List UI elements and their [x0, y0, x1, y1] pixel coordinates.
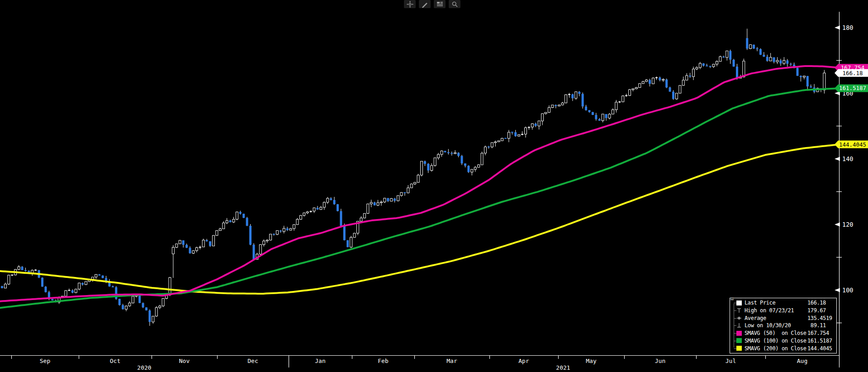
legend-value: 179.67 [807, 307, 835, 314]
high-marker [736, 308, 742, 313]
price-tick-label: 120 [842, 221, 853, 228]
terminal-chart-screen: 180160140120100SepOctNovDecJanFebMarAprM… [0, 0, 868, 372]
low-marker [736, 323, 742, 328]
sma-50-line [0, 66, 836, 301]
legend-label: Average [745, 315, 766, 321]
month-label: Jun [655, 358, 665, 364]
legend-row[interactable]: Low on 10/30/20 89.11 [730, 322, 835, 329]
price-tick-label: 100 [842, 286, 853, 294]
legend-label: SMAVG (100) on Close [745, 338, 806, 344]
month-label: Dec [247, 358, 258, 364]
legend-value: 144.4045 [807, 345, 835, 352]
legend-label: Last Price [745, 300, 775, 306]
legend-row[interactable]: Average135.4519 [730, 315, 835, 321]
month-label: Apr [518, 358, 529, 364]
sma50-swatch [736, 331, 742, 336]
legend-row[interactable]: SMAVG (100) on Close161.5187 [730, 337, 835, 344]
legend-label: SMAVG (200) on Close [745, 345, 806, 352]
legend-label: Low on 10/30/20 [745, 322, 791, 329]
legend-value: 89.11 [807, 322, 835, 329]
month-label: Mar [446, 358, 457, 364]
legend-value: 166.18 [807, 300, 835, 306]
axes: 180160140120100SepOctNovDecJanFebMarAprM… [0, 12, 853, 371]
price-tick-label: 180 [842, 24, 853, 31]
month-label: Nov [179, 358, 190, 364]
month-label: Aug [797, 358, 807, 364]
last-price-swatch [736, 300, 742, 305]
chart-legend[interactable]: ⊞ Last Price166.18High on 07/23/21179.67… [730, 298, 837, 353]
month-label: Sep [40, 358, 51, 364]
legend-value: 135.4519 [807, 315, 835, 321]
sma-100-line [0, 89, 836, 308]
legend-label: SMAVG (50) on Close [745, 330, 806, 336]
sma100-swatch [736, 338, 742, 343]
month-label: Feb [378, 358, 389, 364]
candles [1, 29, 825, 326]
legend-row[interactable]: High on 07/23/21179.67 [730, 307, 835, 314]
month-label: Oct [110, 358, 120, 364]
legend-label: High on 07/23/21 [745, 307, 794, 314]
legend-value: 167.754 [807, 330, 835, 336]
year-label: 2020 [137, 364, 151, 371]
year-label: 2021 [556, 364, 570, 371]
sma200-swatch [736, 346, 742, 351]
legend-row[interactable]: SMAVG (200) on Close144.4045 [730, 345, 835, 352]
month-label: Jul [726, 358, 736, 364]
legend-row[interactable]: SMAVG (50) on Close167.754 [730, 330, 835, 337]
average-marker [736, 315, 742, 320]
month-label: Jan [315, 358, 325, 364]
price-tag-value: 166.18 [842, 70, 863, 76]
month-label: May [586, 358, 597, 364]
price-tag-value: 144.4045 [839, 141, 866, 148]
legend-row[interactable]: Last Price166.18 [730, 300, 835, 306]
price-tag-value: 161.5187 [839, 85, 866, 91]
price-tick-label: 140 [842, 155, 853, 162]
sma-200-line [0, 145, 836, 294]
legend-value: 161.5187 [807, 338, 835, 344]
